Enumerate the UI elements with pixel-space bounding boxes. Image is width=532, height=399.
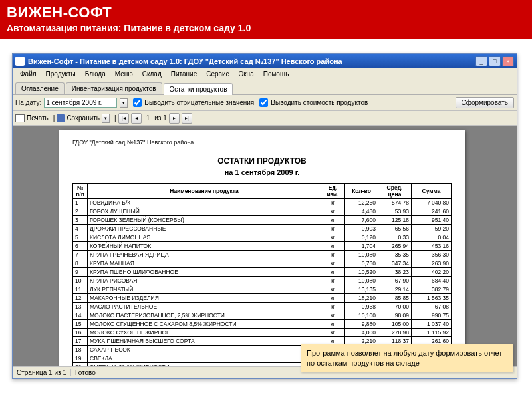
table-row: 9КРУПА ПШЕНО ШЛИФОВАННОЕкг10,52038,23402… [73,268,452,277]
cell-price: 67,90 [378,277,412,285]
minimize-button[interactable]: _ [475,56,487,66]
cell-price: 53,93 [378,207,412,216]
menu-windows[interactable]: Окна [233,69,258,79]
report-toolbar: Печать | Сохранить ▾ | |◂ ◂ 1 из 1 ▸ ▸| [13,111,517,126]
cell-sum: 402,20 [412,268,452,277]
cell-qty: 10,080 [345,277,378,285]
tab-inventory[interactable]: Инвентаризация продуктов [66,82,162,94]
cell-name: МАСЛО РАСТИТЕЛЬНОЕ [88,303,321,311]
nav-last-button[interactable]: ▸| [182,113,192,124]
date-input[interactable] [44,98,117,108]
menu-nutrition[interactable]: Питание [166,69,201,79]
table-row: 10КРУПА РИСОВАЯкг10,08067,90684,40 [73,277,452,285]
cell-unit: кг [321,303,345,311]
cell-qty: 0,760 [345,259,378,268]
report-viewport[interactable]: ГДОУ "Детский сад №137" Невского района … [13,126,517,366]
cell-name: КРУПА РИСОВАЯ [88,277,321,285]
cell-sum: 382,79 [412,285,452,294]
window-title: Вижен-Софт - Питание в детском саду 1.0:… [28,57,475,65]
nav-first-button[interactable]: |◂ [118,113,129,124]
table-row: 2ГОРОХ ЛУЩЕНЫЙкг4,48053,93241,60 [73,207,452,216]
table-row: 7КРУПА ГРЕЧНЕВАЯ ЯДРИЦАкг10,08035,35356,… [73,251,452,259]
cell-unit: кг [321,233,345,242]
cell-unit: кг [321,294,345,303]
cell-sum: 67,08 [412,303,452,311]
nav-prev-button[interactable]: ◂ [131,113,142,124]
cell-unit: кг [321,225,345,233]
cell-price: 105,00 [378,320,412,329]
close-button[interactable]: × [502,56,514,66]
save-icon [57,114,65,122]
cell-name: СВЕКЛА [88,354,321,363]
tab-stock-balance[interactable]: Остатки продуктов [164,83,233,95]
table-row: 15МОЛОКО СГУЩЕННОЕ С САХАРОМ 8,5% ЖИРНОС… [73,320,452,329]
cell-qty: 0,120 [345,233,378,242]
vendor-title: ВИЖЕН-СОФТ [7,4,525,21]
table-row: 8КРУПА МАННАЯкг0,760347,34263,90 [73,259,452,268]
table-row: 12МАКАРОННЫЕ ИЗДЕЛИЯкг18,21085,851 563,3… [73,294,452,303]
th-num: № п/п [73,184,88,199]
cell-num: 8 [73,259,88,268]
cell-num: 1 [73,199,88,207]
cell-name: МУКА ПШЕНИЧНАЯ ВЫСШЕГО СОРТА [88,337,321,346]
cell-sum: 263,90 [412,259,452,268]
page-number: 1 [144,114,153,122]
cell-qty: 9,880 [345,320,378,329]
checkbox-show-cost[interactable] [259,98,268,107]
cell-sum: 684,40 [412,277,452,285]
app-icon [15,57,25,66]
cell-unit: кг [321,320,345,329]
cell-name: ЛУК РЕПЧАТЫЙ [88,285,321,294]
table-row: 5КИСЛОТА ЛИМОННАЯкг0,1200,330,04 [73,233,452,242]
status-page: Страница 1 из 1 [13,369,71,376]
menu-menu[interactable]: Меню [110,69,138,79]
menu-service[interactable]: Сервис [201,69,233,79]
cell-name: МАКАРОННЫЕ ИЗДЕЛИЯ [88,294,321,303]
table-row: 3ГОРОШЕК ЗЕЛЕНЫЙ (КОНСЕРВЫ)кг7,600125,18… [73,216,452,225]
cell-num: 11 [73,285,88,294]
cell-price: 574,78 [378,199,412,207]
menu-help[interactable]: Помощь [259,69,294,79]
save-button[interactable]: Сохранить [66,114,100,122]
org-name: ГДОУ "Детский сад №137" Невского района [72,139,452,146]
cell-unit: кг [321,259,345,268]
checkbox-negative-values[interactable] [133,98,142,107]
cell-unit: кг [321,268,345,277]
cell-name: ДРОЖЖИ ПРЕССОВАННЫЕ [88,225,321,233]
cell-sum: 59,20 [412,225,452,233]
menu-products[interactable]: Продукты [41,69,80,79]
cell-num: 6 [73,242,88,251]
save-dropdown-icon[interactable]: ▾ [102,114,110,123]
menu-file[interactable]: Файл [15,69,41,79]
cell-sum: 453,16 [412,242,452,251]
tab-contents[interactable]: Оглавление [15,82,65,94]
menu-dishes[interactable]: Блюда [80,69,110,79]
nav-next-button[interactable]: ▸ [169,113,180,124]
cell-name: КРУПА ПШЕНО ШЛИФОВАННОЕ [88,268,321,277]
date-label: На дату: [15,99,41,106]
cell-num: 17 [73,337,88,346]
cell-unit: кг [321,199,345,207]
cell-num: 5 [73,233,88,242]
cell-price: 85,85 [378,294,412,303]
stock-table: № п/п Наименование продукта Ед. изм. Кол… [72,183,452,366]
table-row: 16МОЛОКО СУХОЕ НЕЖИРНОЕкг4,000278,981 11… [73,329,452,337]
cell-qty: 10,080 [345,251,378,259]
cell-price: 70,00 [378,303,412,311]
table-row: 13МАСЛО РАСТИТЕЛЬНОЕкг0,95870,0067,08 [73,303,452,311]
menu-warehouse[interactable]: Склад [138,69,166,79]
app-window: Вижен-Софт - Питание в детском саду 1.0:… [12,53,517,379]
cell-name: САХАР-ПЕСОК [88,346,321,354]
maximize-button[interactable]: □ [489,56,501,66]
cell-name: КОФЕЙНЫЙ НАПИТОК [88,242,321,251]
cell-price: 0,33 [378,233,412,242]
cell-sum: 951,40 [412,216,452,225]
cell-qty: 12,250 [345,199,378,207]
print-button[interactable]: Печать [27,114,49,122]
date-dropdown-icon[interactable]: ▾ [120,98,128,108]
cell-qty: 4,000 [345,329,378,337]
table-row: 14МОЛОКО ПАСТЕРИЗОВАННОЕ, 2,5% ЖИРНОСТИк… [73,311,452,320]
generate-button[interactable]: Сформировать [456,97,515,108]
table-row: 6КОФЕЙНЫЙ НАПИТОКкг1,704265,94453,16 [73,242,452,251]
cell-num: 7 [73,251,88,259]
